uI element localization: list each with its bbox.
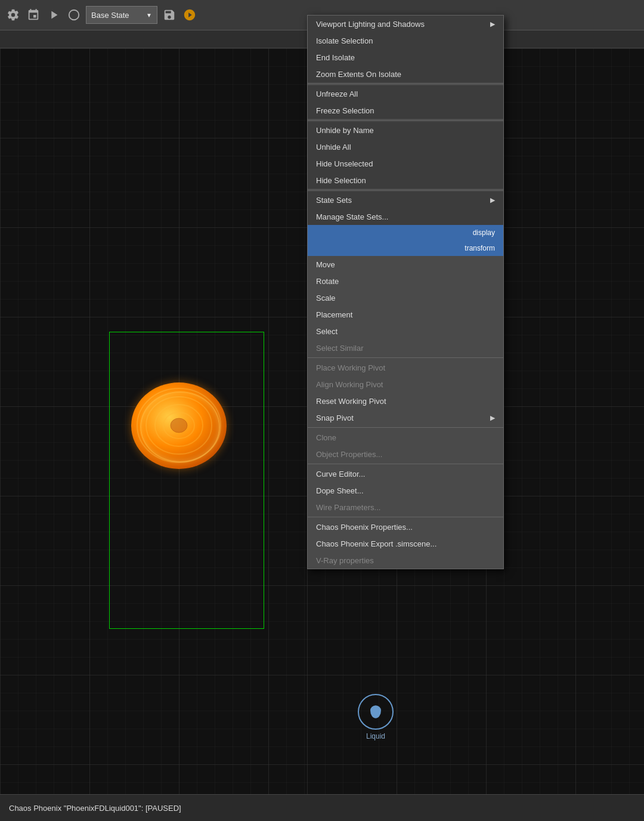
menu-item-viewport-lighting[interactable]: Viewport Lighting and Shadows ▶	[308, 16, 503, 32]
menu-item-rotate[interactable]: Rotate	[308, 273, 503, 289]
menu-item-select-similar: Select Similar	[308, 339, 503, 356]
menu-item-chaos-phoenix-properties[interactable]: Chaos Phoenix Properties...	[308, 518, 503, 535]
menu-item-manage-state-sets[interactable]: Manage State Sets...	[308, 208, 503, 225]
separator-5	[308, 427, 503, 428]
menu-item-select[interactable]: Select	[308, 323, 503, 339]
menu-item-clone: Clone	[308, 429, 503, 446]
snap-pivot-arrow-icon: ▶	[490, 414, 495, 422]
liquid-icon-area: Liquid	[358, 694, 394, 740]
separator-2	[308, 120, 503, 121]
menu-item-hide-selection[interactable]: Hide Selection	[308, 172, 503, 189]
svg-point-7	[171, 418, 187, 433]
menu-item-transform-highlight: transform	[308, 240, 503, 256]
svg-point-5	[155, 405, 203, 446]
menu-item-wire-parameters: Wire Parameters...	[308, 499, 503, 516]
base-state-label: Base State	[91, 11, 129, 20]
context-menu: Viewport Lighting and Shadows ▶ Isolate …	[307, 15, 504, 569]
liquid-drop-icon	[370, 705, 381, 718]
hierarchy-icon[interactable]	[25, 7, 42, 23]
svg-point-6	[163, 412, 194, 439]
liquid-label: Liquid	[366, 732, 385, 740]
menu-item-place-working-pivot: Place Working Pivot	[308, 359, 503, 376]
menu-item-state-sets[interactable]: State Sets ▶	[308, 192, 503, 208]
svg-point-4	[146, 397, 212, 454]
gear-icon[interactable]	[5, 7, 21, 23]
menu-item-isolate-selection[interactable]: Isolate Selection	[308, 32, 503, 49]
menu-item-vray-properties: V-Ray properties	[308, 552, 503, 569]
status-bar: Chaos Phoenix "PhoenixFDLiquid001": [PAU…	[0, 794, 644, 821]
svg-point-0	[69, 10, 79, 20]
menu-item-scale[interactable]: Scale	[308, 289, 503, 306]
menu-item-hide-unselected[interactable]: Hide Unselected	[308, 155, 503, 172]
separator-6	[308, 464, 503, 464]
submenu-arrow-icon: ▶	[490, 20, 495, 28]
menu-item-curve-editor[interactable]: Curve Editor...	[308, 465, 503, 482]
menu-item-end-isolate[interactable]: End Isolate	[308, 49, 503, 66]
menu-item-reset-working-pivot[interactable]: Reset Working Pivot	[308, 393, 503, 409]
menu-item-freeze-selection[interactable]: Freeze Selection	[308, 102, 503, 119]
dropdown-arrow-icon: ▼	[146, 12, 152, 18]
menu-item-placement[interactable]: Placement	[308, 306, 503, 323]
separator-7	[308, 517, 503, 517]
svg-point-3	[137, 388, 221, 462]
status-text: Chaos Phoenix "PhoenixFDLiquid001": [PAU…	[9, 804, 181, 813]
separator-4	[308, 357, 503, 358]
menu-item-zoom-extents[interactable]: Zoom Extents On Isolate	[308, 66, 503, 82]
display-icon[interactable]	[66, 7, 82, 23]
separator-1	[308, 84, 503, 84]
menu-item-chaos-phoenix-export[interactable]: Chaos Phoenix Export .simscene...	[308, 535, 503, 552]
menu-item-dope-sheet[interactable]: Dope Sheet...	[308, 482, 503, 499]
motion-icon[interactable]	[45, 7, 62, 23]
menu-item-unhide-all[interactable]: Unhide All	[308, 138, 503, 155]
menu-item-display-highlight: display	[308, 225, 503, 240]
separator-3	[308, 190, 503, 190]
base-state-dropdown[interactable]: Base State ▼	[86, 6, 157, 24]
menu-item-object-properties: Object Properties...	[308, 446, 503, 462]
viewport-left	[0, 48, 307, 821]
menu-item-snap-pivot[interactable]: Snap Pivot ▶	[308, 409, 503, 426]
liquid-circle-icon	[358, 694, 394, 730]
utility-icon[interactable]	[181, 7, 198, 23]
menu-item-move[interactable]: Move	[308, 256, 503, 273]
orange-blob	[131, 382, 227, 469]
menu-item-unhide-by-name[interactable]: Unhide by Name	[308, 122, 503, 138]
menu-item-align-working-pivot: Align Working Pivot	[308, 376, 503, 393]
save-icon[interactable]	[161, 7, 178, 23]
state-sets-arrow-icon: ▶	[490, 196, 495, 204]
menu-item-unfreeze-all[interactable]: Unfreeze All	[308, 85, 503, 102]
